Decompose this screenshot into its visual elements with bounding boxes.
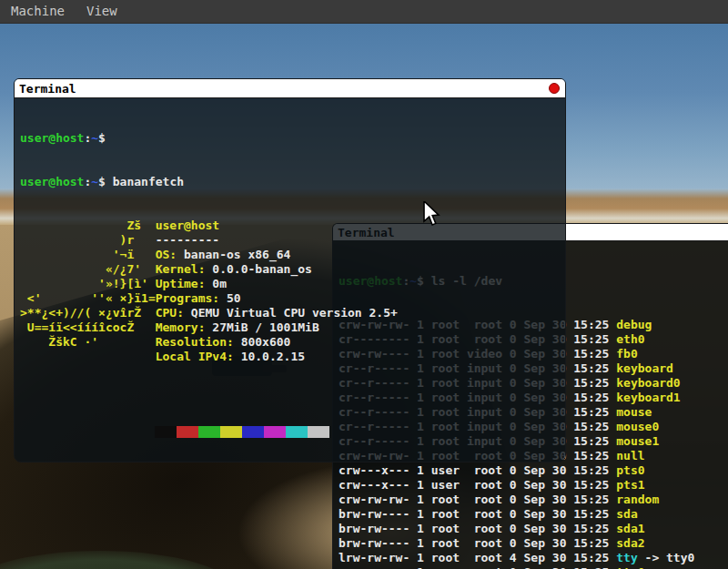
dev-listing-row: crw------- 1 user root 0 Sep 30 15:25 tt… bbox=[339, 565, 728, 569]
menu-item-view[interactable]: View bbox=[76, 0, 128, 23]
file-meta: crw---x--- 1 user root 0 Sep 30 15:25 bbox=[339, 463, 616, 477]
fetch-value: 27MiB / 1001MiB bbox=[212, 320, 318, 334]
file-name: keyboard bbox=[616, 361, 673, 375]
palette-row-normal bbox=[20, 426, 565, 438]
file-name: pts1 bbox=[616, 478, 644, 492]
terminal-window-front[interactable]: Terminal user@host:~$ user@host:~$ banan… bbox=[14, 78, 566, 462]
bananfetch-output: Zš user@host )r --------- '¬ï OS: banan-… bbox=[20, 218, 565, 364]
dev-listing-row: crw---x--- 1 user root 0 Sep 30 15:25 pt… bbox=[339, 463, 728, 478]
file-name: debug bbox=[616, 318, 652, 331]
fetch-value: user@host bbox=[156, 218, 219, 232]
bananfetch-row: )r --------- bbox=[20, 233, 565, 248]
color-swatch bbox=[308, 426, 329, 438]
color-swatch bbox=[220, 426, 242, 438]
color-swatch bbox=[286, 426, 308, 438]
fetch-value: 0m bbox=[212, 277, 227, 290]
file-meta: brw-rw---- 1 root root 0 Sep 30 15:25 bbox=[339, 507, 616, 521]
file-meta: crw------- 1 user root 0 Sep 30 15:25 bbox=[339, 565, 616, 569]
dev-listing-row: brw-rw---- 1 root root 0 Sep 30 15:25 sd… bbox=[339, 536, 728, 551]
file-meta: lrw-rw-rw- 1 root root 4 Sep 30 15:25 bbox=[339, 551, 616, 564]
front-terminal-titlebar[interactable]: Terminal bbox=[15, 79, 565, 98]
fetch-label: Local IPv4: bbox=[156, 350, 241, 363]
file-name: pts0 bbox=[616, 463, 644, 477]
bananfetch-row: '¬ï OS: banan-os x86_64 bbox=[20, 248, 565, 262]
fetch-value: 10.0.2.15 bbox=[241, 350, 305, 363]
fetch-label: Uptime: bbox=[156, 277, 213, 290]
color-swatch bbox=[155, 426, 177, 438]
file-name: keyboard1 bbox=[616, 391, 680, 404]
fetch-label: Memory: bbox=[156, 320, 213, 334]
fetch-label: Kernel: bbox=[156, 262, 213, 276]
bananfetch-row: «/¿7' Kernel: 0.0.0-banan_os bbox=[20, 262, 565, 277]
menu-bar: Machine View bbox=[0, 0, 728, 24]
ascii-art: '¬ï bbox=[20, 248, 156, 261]
file-name: sda bbox=[616, 507, 637, 521]
dev-listing-row: brw-rw---- 1 root root 0 Sep 30 15:25 sd… bbox=[339, 522, 728, 536]
close-button-icon[interactable] bbox=[549, 83, 560, 94]
screen: Machine View Terminal user@host:~$ ls -l… bbox=[0, 0, 728, 569]
file-name: mouse bbox=[616, 405, 652, 419]
mouse-pointer-icon bbox=[422, 201, 440, 230]
file-name: eth0 bbox=[616, 332, 644, 346]
file-meta: crw---x--- 1 user root 0 Sep 30 15:25 bbox=[339, 478, 616, 492]
file-name: tty bbox=[616, 551, 637, 564]
file-name: null bbox=[616, 449, 644, 462]
dev-listing-row: crw-rw-rw- 1 root root 0 Sep 30 15:25 ra… bbox=[339, 493, 728, 507]
ascii-art: '»!}[ì' bbox=[20, 277, 156, 290]
ascii-art: >**¿<+)//( ×¿vîrŽ bbox=[20, 306, 156, 320]
bananfetch-row: >**¿<+)//( ×¿vîrŽ CPU: QEMU Virtual CPU … bbox=[20, 306, 565, 320]
bananfetch-row: U==íï<<íííîcocŽ Memory: 27MiB / 1001MiB bbox=[20, 320, 565, 335]
bananfetch-row: Zš user@host bbox=[20, 218, 565, 233]
dev-listing-row: crw---x--- 1 user root 0 Sep 30 15:25 pt… bbox=[339, 478, 728, 493]
ascii-art: <' ''« ×}ï1= bbox=[20, 291, 156, 305]
file-name: fb0 bbox=[616, 347, 637, 361]
ascii-art: ŽškC ·' bbox=[20, 335, 156, 349]
front-terminal-body[interactable]: user@host:~$ user@host:~$ bananfetch Zš … bbox=[15, 98, 565, 462]
file-meta: brw-rw---- 1 root root 0 Sep 30 15:25 bbox=[339, 522, 616, 535]
file-name: random bbox=[616, 493, 659, 506]
color-swatch bbox=[264, 426, 286, 438]
color-swatch bbox=[242, 426, 264, 438]
color-swatch bbox=[177, 426, 198, 438]
front-terminal-title: Terminal bbox=[15, 82, 76, 96]
fetch-label: OS: bbox=[156, 248, 184, 261]
fetch-value: 0.0.0-banan_os bbox=[212, 262, 312, 276]
file-name: keyboard0 bbox=[616, 376, 680, 390]
terminal-color-palette bbox=[20, 397, 565, 462]
fetch-label: Programs: bbox=[156, 291, 227, 305]
file-name: mouse0 bbox=[616, 420, 659, 433]
color-swatch bbox=[198, 426, 220, 438]
ascii-art: U==íï<<íííîcocŽ bbox=[20, 320, 156, 334]
symlink-target: -> tty0 bbox=[638, 551, 695, 564]
file-name: sda2 bbox=[616, 536, 644, 550]
fetch-label: CPU: bbox=[156, 306, 191, 320]
file-meta: brw-rw---- 1 root root 0 Sep 30 15:25 bbox=[339, 536, 616, 550]
ascii-art bbox=[20, 350, 156, 363]
fetch-value: QEMU Virtual CPU version 2.5+ bbox=[191, 306, 398, 320]
file-name: sda1 bbox=[616, 522, 644, 535]
fetch-value: --------- bbox=[156, 233, 219, 247]
menu-item-machine[interactable]: Machine bbox=[0, 0, 76, 23]
bananfetch-row: Local IPv4: 10.0.2.15 bbox=[20, 350, 565, 364]
bananfetch-row: <' ''« ×}ï1=Programs: 50 bbox=[20, 291, 565, 306]
dev-listing-row: brw-rw---- 1 root root 0 Sep 30 15:25 sd… bbox=[339, 507, 728, 522]
fetch-value: 50 bbox=[227, 291, 241, 305]
fetch-label: Resolution: bbox=[156, 335, 241, 349]
file-meta: crw-rw-rw- 1 root root 0 Sep 30 15:25 bbox=[339, 493, 616, 506]
ascii-art: )r bbox=[20, 233, 156, 247]
ascii-art: Zš bbox=[20, 218, 156, 232]
fetch-value: 800x600 bbox=[241, 335, 291, 349]
file-name: tty0 bbox=[616, 565, 644, 569]
bananfetch-row: ŽškC ·' Resolution: 800x600 bbox=[20, 335, 565, 350]
bananfetch-row: '»!}[ì' Uptime: 0m bbox=[20, 277, 565, 291]
shell-prompt: user@host:~$ bbox=[20, 131, 565, 146]
ascii-art: «/¿7' bbox=[20, 262, 156, 276]
dev-listing-row: lrw-rw-rw- 1 root root 4 Sep 30 15:25 tt… bbox=[339, 551, 728, 565]
fetch-value: banan-os x86_64 bbox=[184, 248, 290, 261]
file-name: mouse1 bbox=[616, 434, 659, 448]
command-line: user@host:~$ bananfetch bbox=[20, 175, 565, 189]
